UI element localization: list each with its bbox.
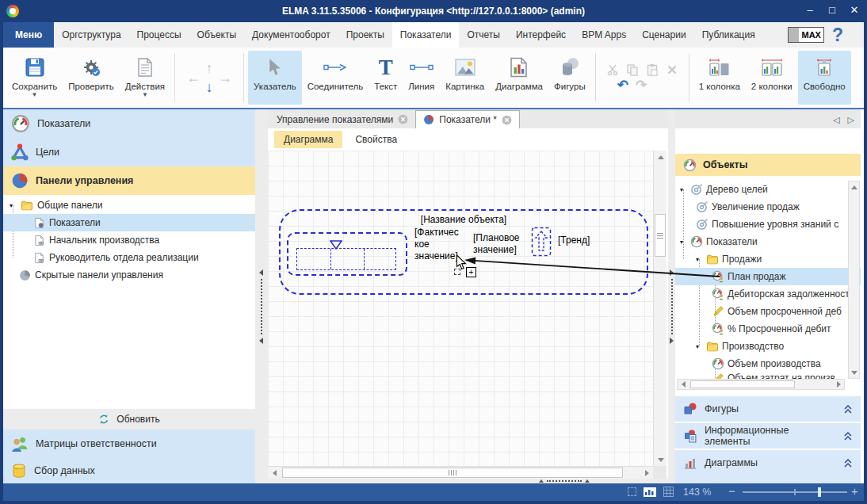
expander-icon[interactable]: ▾ <box>10 202 17 209</box>
objects-tree-overdue-percent[interactable]: % Просроченной дебит <box>675 320 861 338</box>
sidebar-item-data-collection[interactable]: Сбор данных <box>3 458 255 483</box>
objects-tree-receivables[interactable]: Дебиторская задолженность <box>675 285 861 303</box>
zoom-in-icon[interactable]: + <box>851 484 858 498</box>
objects-tree-indicators[interactable]: ▾Показатели <box>675 233 861 250</box>
paste-icon[interactable] <box>646 63 659 76</box>
sidebar-item-goals[interactable]: Цели <box>3 138 255 166</box>
canvas-vscrollbar[interactable] <box>653 151 666 466</box>
pointer-tool-button[interactable]: Указатель <box>248 51 302 105</box>
collapse-left-icon[interactable] <box>259 269 263 276</box>
check-button[interactable]: Проверить <box>63 51 120 105</box>
scroll-up-icon[interactable] <box>849 181 859 193</box>
two-columns-button[interactable]: 2 колонки <box>746 51 798 105</box>
tree-item-indicators-panel[interactable]: Показатели <box>3 214 255 231</box>
sidebar-item-indicators[interactable]: Показатели <box>3 109 255 138</box>
grid-toggle-icon[interactable] <box>663 487 674 497</box>
collapse-chevrons-icon[interactable] <box>843 403 853 414</box>
close-tab-icon[interactable] <box>398 114 408 124</box>
text-tool-button[interactable]: T Текст <box>369 51 403 105</box>
menu-item-processes[interactable]: Процессы <box>129 22 189 48</box>
scroll-up-icon[interactable] <box>654 151 667 163</box>
splitter-grip[interactable] <box>547 480 582 482</box>
arrow-left-icon[interactable]: ← <box>186 70 201 86</box>
save-button[interactable]: Сохранить▼ <box>6 51 63 105</box>
tab-scroll-left-icon[interactable]: ◁ <box>833 115 839 125</box>
arrow-up-icon[interactable]: ↑ <box>206 60 213 77</box>
max-toggle[interactable]: MAX <box>788 27 823 43</box>
one-column-button[interactable]: 1 колонка <box>693 51 746 105</box>
tree-item-common-panels[interactable]: ▾ Общие панели <box>3 197 255 214</box>
collapse-right-icon[interactable] <box>670 338 674 344</box>
help-icon[interactable]: ? <box>832 25 843 46</box>
free-layout-button[interactable]: Свободно <box>798 51 851 105</box>
left-splitter[interactable] <box>255 109 268 483</box>
menu-button[interactable]: Меню <box>3 22 54 48</box>
accordion-info-elements[interactable]: Информационные элементы <box>675 423 861 449</box>
zoom-slider-thumb[interactable] <box>818 487 821 497</box>
delete-icon[interactable] <box>666 63 678 76</box>
menu-item-bpm-apps[interactable]: BPM Apps <box>574 22 634 48</box>
tree-item-hidden-panels[interactable]: Скрытые панели управления <box>3 266 255 284</box>
scale-widget-shape[interactable] <box>287 232 407 276</box>
subtab-diagram[interactable]: Диаграмма <box>274 131 342 148</box>
menu-item-scenarios[interactable]: Сценарии <box>634 22 693 48</box>
objects-tree-overdue-volume[interactable]: Объем просроченной деб <box>675 303 861 320</box>
vscroll-thumb[interactable] <box>655 214 666 257</box>
menu-item-publication[interactable]: Публикация <box>694 22 763 48</box>
scroll-right-icon[interactable] <box>640 467 653 479</box>
close-tab-icon[interactable] <box>502 115 512 125</box>
objects-tree-production-folder[interactable]: ▾Производство <box>675 338 861 355</box>
right-splitter[interactable] <box>668 109 675 483</box>
collapse-up-icon[interactable] <box>585 479 590 483</box>
close-button[interactable]: ✕ <box>845 4 864 16</box>
objects-tree-sales-plan[interactable]: План продаж <box>675 268 861 285</box>
splitter-grip[interactable] <box>671 279 673 334</box>
trend-arrow-shape[interactable] <box>531 227 552 257</box>
hscroll-thumb[interactable] <box>282 468 623 478</box>
sidebar-item-responsibility-matrices[interactable]: Матрицы ответственности <box>3 430 255 458</box>
collapse-left-icon[interactable] <box>259 338 263 344</box>
objects-tree-production-volume[interactable]: Объем производства <box>675 355 861 372</box>
sidebar-item-dashboards[interactable]: Панели управления <box>3 166 255 195</box>
objects-tree-sales-folder[interactable]: ▾Продажи <box>675 250 861 268</box>
menu-item-objects[interactable]: Объекты <box>189 22 245 48</box>
collapse-chevrons-icon[interactable] <box>843 457 853 468</box>
picture-tool-button[interactable]: Картинка <box>440 51 490 105</box>
selection-mode-icon[interactable] <box>628 487 636 496</box>
accordion-diagrams[interactable]: Диаграммы <box>675 450 861 475</box>
plan-value-label[interactable]: [Плановое значение] <box>473 232 524 256</box>
diagram-tool-button[interactable]: Диаграмма <box>490 51 548 105</box>
canvas-hscrollbar[interactable] <box>268 466 653 479</box>
connector-tool-button[interactable]: Соединитель <box>302 51 369 105</box>
maximize-button[interactable]: □ <box>823 4 842 16</box>
redo-icon[interactable]: ↷ <box>636 79 647 92</box>
menu-item-orgstructure[interactable]: Оргструктура <box>54 22 128 48</box>
collapse-up-icon[interactable] <box>539 479 544 483</box>
subtab-properties[interactable]: Свойства <box>346 131 407 148</box>
objects-tree-goal-tree[interactable]: ▾Дерево целей <box>675 181 861 198</box>
objects-tree-knowledge-level[interactable]: Повышение уровня знаний с <box>675 216 861 233</box>
hscroll-thumb[interactable] <box>690 380 795 388</box>
scroll-left-icon[interactable] <box>678 380 689 389</box>
actions-button[interactable]: Действия▼ <box>120 51 170 105</box>
minimize-button[interactable]: – <box>800 4 819 16</box>
arrow-down-icon[interactable]: ↓ <box>206 79 213 96</box>
collapse-chevrons-icon[interactable] <box>843 430 853 441</box>
cut-icon[interactable] <box>606 63 619 76</box>
scroll-down-icon[interactable] <box>849 367 859 378</box>
chart-view-icon[interactable] <box>644 487 656 497</box>
menu-item-projects[interactable]: Проекты <box>338 22 392 48</box>
menu-item-docflow[interactable]: Документооборот <box>244 22 338 48</box>
scroll-down-icon[interactable] <box>654 453 667 466</box>
accordion-shapes[interactable]: Фигуры <box>675 396 861 422</box>
copy-icon[interactable] <box>626 63 639 76</box>
menu-item-interface[interactable]: Интерфейс <box>508 22 574 48</box>
objects-hscrollbar[interactable] <box>677 379 845 390</box>
tab-indicator-management[interactable]: Управление показателями <box>269 110 415 128</box>
undo-icon[interactable]: ↶ <box>617 79 628 92</box>
zoom-out-icon[interactable]: − <box>728 484 735 498</box>
diagram-canvas[interactable]: [Название объекта] [Фактичес кое значени… <box>268 151 653 466</box>
objects-tree-sales-increase[interactable]: Увеличение продаж <box>675 198 861 216</box>
tab-indicators[interactable]: Показатели * <box>415 110 520 128</box>
shapes-tool-button[interactable]: Фигуры <box>548 51 591 105</box>
